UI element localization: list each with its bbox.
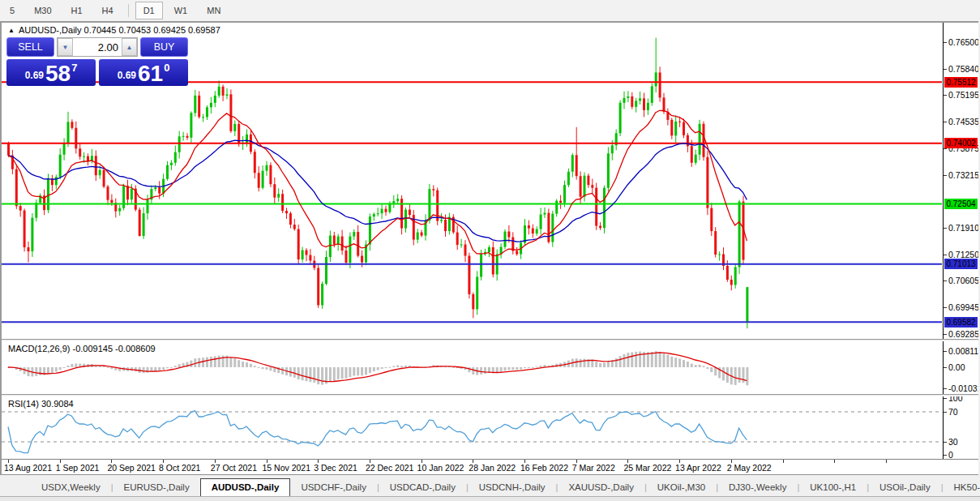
sell-price-button[interactable]: 0.69 58 7 xyxy=(6,59,96,86)
price-axis[interactable]: 0.765000.758400.751950.745350.738750.732… xyxy=(943,23,978,339)
chart-tab-ukoil-m30[interactable]: UKOil-,M30 xyxy=(647,479,716,496)
sell-price-small: 0.69 xyxy=(25,70,44,81)
time-tick xyxy=(783,460,784,463)
macd-axis: 0.008110.00-0.01031 xyxy=(943,341,978,394)
chart-tab-hk50-h[interactable]: HK50-,H xyxy=(944,479,980,496)
price-tick-label: 0.69945 xyxy=(948,302,978,312)
rsi-tick xyxy=(944,412,947,413)
timeframe-button-mn[interactable]: MN xyxy=(199,2,229,19)
chart-window: ▲ AUDUSD-,Daily 0.70445 0.70453 0.69425 … xyxy=(0,21,978,477)
sell-button[interactable]: SELL xyxy=(6,37,54,57)
macd-pane[interactable]: MACD(12,26,9) -0.009145 -0.008609 xyxy=(2,341,943,394)
macd-tick-label: 0.00811 xyxy=(948,346,978,356)
sell-price-big: 58 xyxy=(45,63,71,84)
macd-tick xyxy=(944,388,947,389)
price-tick xyxy=(944,69,947,70)
timeframe-button-d1[interactable]: D1 xyxy=(135,2,163,19)
volume-increase-icon[interactable]: ▲ xyxy=(122,38,137,56)
macd-label: MACD(12,26,9) -0.009145 -0.008609 xyxy=(8,344,156,353)
chart-tab-usoil-daily[interactable]: USOil-,Daily xyxy=(869,479,941,496)
price-tick-label: 0.75840 xyxy=(948,64,978,74)
time-tick-label: 15 Nov 2021 xyxy=(263,463,311,473)
price-tick-label: 0.69285 xyxy=(948,329,978,339)
chart-tab-usdx-weekly[interactable]: USDX,Weekly xyxy=(31,479,111,496)
time-tick-label: 3 Dec 2021 xyxy=(314,463,357,473)
chart-tab-usdchf-daily[interactable]: USDCHF-,Daily xyxy=(290,479,377,496)
time-tick-label: 2 May 2022 xyxy=(727,463,772,473)
price-tick xyxy=(944,255,947,255)
chart-tab-uk100-h1[interactable]: UK100-,H1 xyxy=(799,479,867,496)
macd-tick xyxy=(944,367,947,368)
price-tick-label: 0.73215 xyxy=(948,170,978,180)
volume-input[interactable] xyxy=(73,38,122,56)
time-tick-label: 13 Aug 2021 xyxy=(4,463,52,473)
buy-button[interactable]: BUY xyxy=(140,37,188,57)
rsi-axis: 10070300 xyxy=(943,396,978,459)
time-tick-label: 25 Mar 2022 xyxy=(623,463,671,473)
buy-price-sup: 0 xyxy=(164,62,169,74)
rsi-tick-label: 0 xyxy=(948,450,953,459)
price-tick xyxy=(944,95,947,96)
price-tick xyxy=(944,122,947,122)
time-tick-label: 20 Sep 2021 xyxy=(107,463,156,473)
toolbar-separator xyxy=(128,4,129,17)
price-tick-label: 0.71250 xyxy=(948,250,978,259)
price-level-badge: 0.72504 xyxy=(944,199,978,209)
price-tick xyxy=(944,280,947,281)
timeframe-button-h1[interactable]: H1 xyxy=(63,2,91,19)
chart-header: ▲ AUDUSD-,Daily 0.70445 0.70453 0.69425 … xyxy=(8,25,220,35)
symbol-ohlc-text: AUDUSD-,Daily 0.70445 0.70453 0.69425 0.… xyxy=(19,25,220,35)
chart-tab-usdcad-daily[interactable]: USDCAD-,Daily xyxy=(379,479,466,496)
price-tick xyxy=(944,42,947,43)
price-tick xyxy=(944,228,947,229)
chart-tab-usdcnh-daily[interactable]: USDCNH-,Daily xyxy=(469,479,556,496)
price-tick-label: 0.76500 xyxy=(948,37,978,47)
price-level-badge: 0.71013 xyxy=(944,259,978,269)
time-tick-label: 28 Jan 2022 xyxy=(469,463,516,473)
collapse-chart-icon[interactable]: ▲ xyxy=(8,27,15,34)
sell-price-sup: 7 xyxy=(71,62,77,74)
time-tick-label: 10 Jan 2022 xyxy=(417,463,464,473)
macd-tick-label: 0.00 xyxy=(948,362,965,372)
time-tick-label: 27 Oct 2021 xyxy=(211,463,257,473)
price-tick-label: 0.74535 xyxy=(948,117,978,126)
chart-tab-eurusd-daily[interactable]: EURUSD-,Daily xyxy=(113,479,200,496)
status-strip xyxy=(0,496,980,501)
time-axis[interactable]: 13 Aug 20211 Sep 202120 Sep 20218 Oct 20… xyxy=(2,459,978,475)
main-chart-pane[interactable]: ▲ AUDUSD-,Daily 0.70445 0.70453 0.69425 … xyxy=(2,23,943,339)
rsi-chart xyxy=(2,396,943,459)
time-tick-label: 13 Apr 2022 xyxy=(675,463,721,473)
rsi-label: RSI(14) 30.9084 xyxy=(8,399,74,409)
timeframe-button-w1[interactable]: W1 xyxy=(166,2,196,19)
rsi-tick xyxy=(944,455,947,456)
buy-price-big: 61 xyxy=(138,63,163,84)
time-tick xyxy=(886,460,887,463)
timeframe-button-m30[interactable]: M30 xyxy=(26,2,59,19)
time-tick xyxy=(834,460,835,463)
price-level-badge: 0.75512 xyxy=(944,77,978,88)
one-click-trading-panel: SELL ▼ ▲ BUY 0.69 58 7 0.69 xyxy=(6,37,188,86)
buy-price-small: 0.69 xyxy=(118,70,136,81)
timeframe-button-h4[interactable]: H4 xyxy=(94,2,122,19)
timeframe-toolbar: 5M30H1H4D1W1MN xyxy=(0,0,980,21)
price-tick-label: 0.70605 xyxy=(948,276,978,285)
time-tick-label: 7 Mar 2022 xyxy=(572,463,615,473)
price-tick-label: 0.75195 xyxy=(948,90,978,100)
price-tick xyxy=(944,307,947,308)
price-tick-label: 0.71910 xyxy=(948,223,978,233)
price-tick xyxy=(944,175,947,176)
buy-price-button[interactable]: 0.69 61 0 xyxy=(99,59,188,86)
price-tick xyxy=(944,334,947,335)
volume-decrease-icon[interactable]: ▼ xyxy=(58,38,73,56)
chart-tab-dj30-weekly[interactable]: DJ30-,Weekly xyxy=(718,479,797,496)
timeframe-button-5[interactable]: 5 xyxy=(2,2,23,19)
rsi-tick-label: 70 xyxy=(948,407,958,417)
volume-spinner: ▼ ▲ xyxy=(57,37,138,57)
chart-tab-audusd-daily[interactable]: AUDUSD-,Daily xyxy=(200,478,291,496)
rsi-tick-label: 30 xyxy=(948,437,958,447)
rsi-tick xyxy=(944,442,947,443)
chart-tab-xauusd-daily[interactable]: XAUUSD-,Daily xyxy=(558,479,644,496)
rsi-pane[interactable]: RSI(14) 30.9084 xyxy=(2,396,943,459)
price-level-badge: 0.74002 xyxy=(944,138,978,148)
rsi-tick-label: 100 xyxy=(948,396,963,403)
